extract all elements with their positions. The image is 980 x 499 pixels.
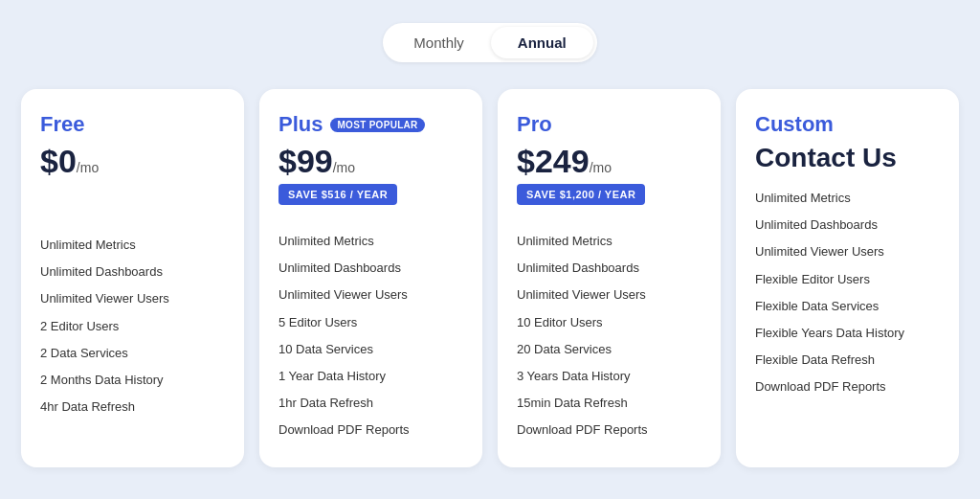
feature-item: Unlimited Dashboards	[755, 212, 940, 238]
plan-name-pro: Pro	[517, 112, 552, 137]
price-period-plus: /mo	[333, 160, 355, 175]
feature-item: Flexible Data Services	[755, 293, 940, 320]
feature-item: 2 Editor Users	[40, 313, 225, 340]
plan-name-row-plus: PlusMost Popular	[278, 112, 463, 137]
plan-name-plus: Plus	[278, 112, 323, 137]
plan-name-row-pro: Pro	[517, 112, 702, 137]
save-badge-pro: SAVE $1,200 / YEAR	[517, 184, 645, 205]
feature-item: 4hr Data Refresh	[40, 394, 225, 420]
feature-item: Flexible Editor Users	[755, 266, 940, 293]
plan-card-plus: PlusMost Popular$99/moSAVE $516 / YEARUn…	[259, 89, 482, 467]
features-list-custom: Unlimited MetricsUnlimited DashboardsUnl…	[755, 185, 940, 401]
feature-item: Unlimited Dashboards	[517, 255, 702, 282]
contact-us-custom: Contact Us	[755, 143, 940, 173]
price-amount-plus: $99	[278, 143, 333, 179]
plan-card-free: Free$0/moUnlimited MetricsUnlimited Dash…	[21, 89, 244, 467]
feature-item: Unlimited Viewer Users	[278, 282, 463, 308]
feature-item: Flexible Years Data History	[755, 320, 940, 347]
plan-card-custom: CustomContact UsUnlimited MetricsUnlimit…	[736, 89, 959, 467]
feature-item: Unlimited Metrics	[40, 232, 225, 259]
feature-item: Unlimited Viewer Users	[40, 285, 225, 312]
feature-item: Unlimited Dashboards	[40, 259, 225, 285]
monthly-toggle[interactable]: Monthly	[387, 27, 491, 58]
plan-badge-plus: Most Popular	[330, 118, 424, 132]
feature-item: Unlimited Dashboards	[278, 255, 463, 282]
annual-toggle[interactable]: Annual	[491, 27, 593, 58]
feature-item: 5 Editor Users	[278, 309, 463, 336]
feature-item: 2 Data Services	[40, 340, 225, 367]
feature-item: 10 Data Services	[278, 336, 463, 363]
save-badge-plus: SAVE $516 / YEAR	[278, 184, 397, 205]
feature-item: Unlimited Metrics	[755, 185, 940, 212]
plan-name-free: Free	[40, 112, 84, 137]
feature-item: 1hr Data Refresh	[278, 390, 463, 417]
feature-item: Unlimited Viewer Users	[755, 238, 940, 265]
billing-toggle: Monthly Annual	[383, 23, 596, 62]
feature-item: 10 Editor Users	[517, 309, 702, 336]
features-list-free: Unlimited MetricsUnlimited DashboardsUnl…	[40, 232, 225, 420]
price-period-pro: /mo	[590, 160, 612, 175]
price-amount-pro: $249	[517, 143, 590, 179]
feature-item: 20 Data Services	[517, 336, 702, 363]
feature-item: 15min Data Refresh	[517, 390, 702, 417]
feature-item: Download PDF Reports	[278, 417, 463, 443]
plan-price-free: $0/mo	[40, 143, 225, 180]
feature-item: 3 Years Data History	[517, 363, 702, 390]
plan-price-pro: $249/mo	[517, 143, 702, 180]
feature-item: Unlimited Viewer Users	[517, 282, 702, 308]
price-amount-free: $0	[40, 143, 77, 179]
plan-card-pro: Pro$249/moSAVE $1,200 / YEARUnlimited Me…	[498, 89, 721, 467]
features-list-pro: Unlimited MetricsUnlimited DashboardsUnl…	[517, 228, 702, 444]
feature-item: Unlimited Metrics	[517, 228, 702, 255]
feature-item: Download PDF Reports	[755, 374, 940, 400]
plan-name-custom: Custom	[755, 112, 834, 137]
feature-item: 1 Year Data History	[278, 363, 463, 390]
plan-name-row-custom: Custom	[755, 112, 940, 137]
plans-grid: Free$0/moUnlimited MetricsUnlimited Dash…	[21, 89, 959, 467]
feature-item: Unlimited Metrics	[278, 228, 463, 255]
plan-name-row-free: Free	[40, 112, 225, 137]
plan-price-plus: $99/mo	[278, 143, 463, 180]
feature-item: Flexible Data Refresh	[755, 347, 940, 374]
feature-item: Download PDF Reports	[517, 417, 702, 443]
price-period-free: /mo	[77, 160, 99, 175]
feature-item: 2 Months Data History	[40, 367, 225, 394]
features-list-plus: Unlimited MetricsUnlimited DashboardsUnl…	[278, 228, 463, 444]
